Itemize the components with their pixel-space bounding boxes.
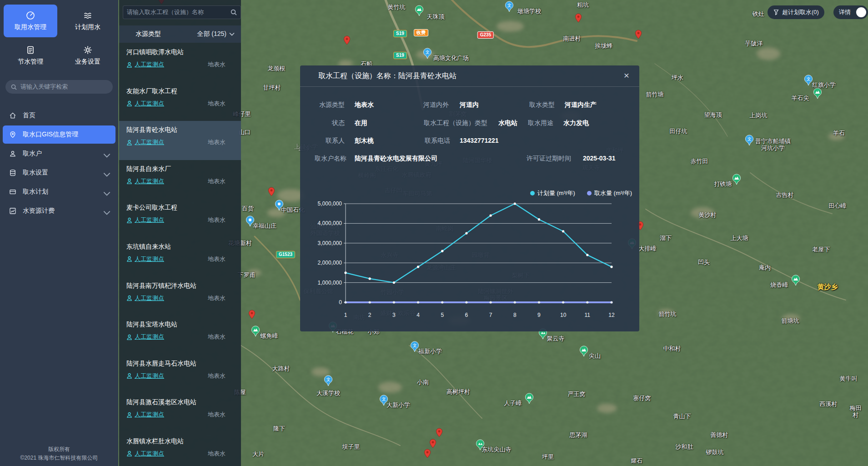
station-list-item[interactable]: 水唇镇水栏肚水电站人工监测点地表水 <box>119 432 241 466</box>
poi-marker-icon <box>246 215 255 227</box>
mtn-map-marker[interactable] <box>792 275 800 286</box>
station-list-item[interactable]: 陆河县水唇走马石水电站人工监测点地表水 <box>119 355 241 394</box>
station-name: 水唇镇水栏肚水电站 <box>126 437 226 446</box>
poi-map-marker[interactable] <box>246 215 255 227</box>
station-list-item[interactable]: 友能水厂取水工程人工监测点地表水 <box>119 82 241 121</box>
app-btn-1[interactable]: 取用水管理 <box>4 5 57 37</box>
station-list-panel: 请输入取水工程（设施）名称 水源类型 全部 (125) 河口镇唱歌潭水电站人工监… <box>119 0 241 466</box>
red-pin-icon <box>249 310 256 319</box>
station-list-item[interactable]: 东坑镇自来水站人工监测点地表水 <box>119 238 241 277</box>
gauge-icon <box>26 11 35 20</box>
sidebar-item-4[interactable]: 取水设置 <box>3 164 115 182</box>
doc-icon <box>26 45 35 55</box>
mountain-marker-icon <box>415 5 424 16</box>
monitor-link[interactable]: 人工监测点 <box>126 333 164 341</box>
water-source-type: 地表水 <box>208 333 226 341</box>
app-btn-3[interactable]: 节水管理 <box>4 39 57 72</box>
station-list-item[interactable]: 陆河县青砼水电站人工监测点地表水 <box>119 121 241 160</box>
station-name: 东坑镇自来水站 <box>126 243 226 251</box>
station-name: 陆河县宝塔水电站 <box>126 321 226 329</box>
toggle-knob-icon[interactable] <box>856 7 866 17</box>
station-list-item[interactable]: 麦卡公司取水工程人工监测点地表水 <box>119 199 241 238</box>
school-map-marker[interactable]: 文 <box>423 48 432 59</box>
flask-icon <box>773 9 779 15</box>
svg-text:5: 5 <box>441 312 444 318</box>
monitor-link[interactable]: 人工监测点 <box>126 216 164 224</box>
app-btn-4[interactable]: 业务设置 <box>61 39 115 72</box>
app-switcher: 取用水管理计划用水节水管理业务设置 <box>0 0 118 73</box>
sidebar-item-6[interactable]: 水资源计费 <box>3 202 115 220</box>
detail-toggle[interactable]: 详情 <box>833 5 868 19</box>
monitor-link[interactable]: 人工监测点 <box>126 177 164 185</box>
sidebar-search-input[interactable]: 请输入关键字检索 <box>5 80 113 94</box>
sidebar-item-1[interactable]: 首页 <box>3 106 115 125</box>
app-btn-label: 业务设置 <box>75 58 100 66</box>
station-list-item[interactable]: 陆河县南万镇杞洋水电站人工监测点地表水 <box>119 277 241 316</box>
sidebar-menu: 首页取水口GIS信息管理取水户取水设置取水计划水资源计费 <box>0 106 118 220</box>
filter-value[interactable]: 全部 (125) <box>197 30 226 38</box>
mtn-map-marker[interactable] <box>733 174 741 185</box>
waves-icon <box>83 11 92 20</box>
water-source-type: 地表水 <box>208 255 226 263</box>
station-list-item[interactable]: 陆河县宝塔水电站人工监测点地表水 <box>119 316 241 355</box>
school-map-marker[interactable]: 文 <box>324 375 333 386</box>
monitor-link[interactable]: 人工监测点 <box>126 450 164 458</box>
school-map-marker[interactable]: 文 <box>505 1 514 12</box>
monitor-label: 人工监测点 <box>135 450 164 458</box>
mtn-map-marker[interactable] <box>580 346 588 357</box>
red-pin-icon <box>575 13 582 23</box>
monitor-link[interactable]: 人工监测点 <box>126 255 164 263</box>
station-name: 麦卡公司取水工程 <box>126 204 226 212</box>
sidebar-item-2[interactable]: 取水口GIS信息管理 <box>3 125 115 144</box>
station-name: 陆河县南万镇杞洋水电站 <box>126 282 226 290</box>
mtn-map-marker[interactable] <box>415 5 424 16</box>
monitor-link[interactable]: 人工监测点 <box>126 411 164 419</box>
school-map-marker[interactable]: 文 <box>804 75 813 86</box>
monitor-link[interactable]: 人工监测点 <box>126 294 164 302</box>
gear-icon <box>83 45 92 55</box>
red-map-marker[interactable] <box>424 449 431 458</box>
chart-icon <box>9 207 16 215</box>
search-icon[interactable] <box>231 9 237 15</box>
station-list-item[interactable]: 陆河县自来水厂人工监测点地表水 <box>119 160 241 199</box>
monitor-link[interactable]: 人工监测点 <box>126 372 164 380</box>
sidebar-item-3[interactable]: 取水户 <box>3 145 115 163</box>
person-icon <box>126 256 132 262</box>
chevron-down-icon[interactable] <box>229 32 235 36</box>
red-map-marker[interactable] <box>249 310 256 319</box>
school-map-marker[interactable]: 文 <box>411 341 419 352</box>
plan-vs-intake-chart: 01,000,0002,000,0003,000,0004,000,0005,0… <box>300 65 639 331</box>
mtn-map-marker[interactable] <box>813 88 822 99</box>
monitor-link[interactable]: 人工监测点 <box>126 138 164 146</box>
red-map-marker[interactable] <box>635 30 642 39</box>
app-btn-2[interactable]: 计划用水 <box>61 5 115 37</box>
red-map-marker[interactable] <box>344 35 351 45</box>
mtn-map-marker[interactable] <box>251 326 260 337</box>
school-marker-icon: 文 <box>804 75 813 86</box>
school-marker-icon: 文 <box>411 341 419 352</box>
school-map-marker[interactable]: 文 <box>745 135 754 146</box>
red-map-marker[interactable] <box>268 187 275 196</box>
person-icon <box>126 62 132 68</box>
water-source-filter[interactable]: 水源类型 全部 (125) <box>119 25 241 43</box>
red-map-marker[interactable] <box>430 439 437 448</box>
over-plan-water-button[interactable]: 超计划取水(0) <box>768 5 824 19</box>
station-name: 陆河县激石溪老区水电站 <box>126 398 226 406</box>
red-map-marker[interactable] <box>575 13 582 23</box>
road-badge: S19 <box>393 52 407 59</box>
monitor-link[interactable]: 人工监测点 <box>126 60 164 69</box>
app-btn-label: 节水管理 <box>18 58 43 66</box>
sidebar-item-5[interactable]: 取水计划 <box>3 183 115 201</box>
svg-text:6: 6 <box>465 312 468 318</box>
station-list-item[interactable]: 河口镇唱歌潭水电站人工监测点地表水 <box>119 43 241 82</box>
poi-map-marker[interactable] <box>275 200 284 211</box>
station-search-input[interactable]: 请输入取水工程（设施）名称 <box>123 5 241 19</box>
sidebar-item-label: 取水设置 <box>23 169 48 177</box>
monitor-link[interactable]: 人工监测点 <box>126 100 164 108</box>
red-map-marker[interactable] <box>436 428 443 437</box>
person-icon <box>126 451 132 456</box>
school-map-marker[interactable]: 文 <box>380 395 388 406</box>
station-list-item[interactable]: 陆河县激石溪老区水电站人工监测点地表水 <box>119 393 241 432</box>
mtn-map-marker[interactable] <box>525 393 534 404</box>
temple-map-marker[interactable] <box>476 439 485 451</box>
